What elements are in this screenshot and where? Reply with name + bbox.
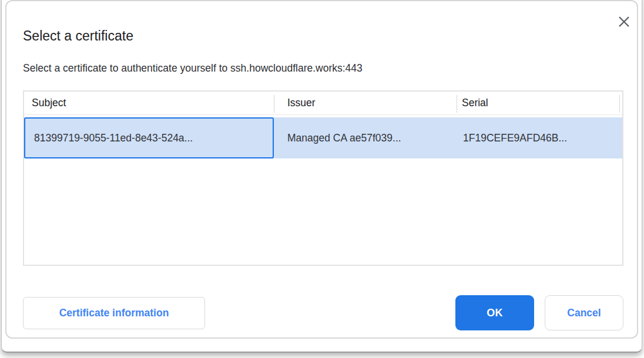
table-header-row: Subject Issuer Serial: [24, 92, 622, 115]
certificate-row-selected[interactable]: 81399719-9055-11ed-8e43-524a... Managed …: [24, 117, 622, 158]
dialog-title: Select a certificate: [23, 27, 133, 45]
column-divider: [619, 95, 620, 113]
cancel-button[interactable]: Cancel: [545, 295, 623, 330]
close-x-glyph: [618, 15, 630, 28]
dialog-subtitle: Select a certificate to authenticate you…: [23, 61, 363, 75]
certificate-information-button[interactable]: Certificate information: [23, 297, 205, 329]
select-certificate-dialog: Select a certificate Select a certificat…: [5, 0, 638, 339]
cell-issuer[interactable]: Managed CA ae57f039...: [287, 117, 401, 158]
column-divider: [274, 95, 274, 113]
column-header-issuer[interactable]: Issuer: [287, 92, 316, 114]
ok-button[interactable]: OK: [455, 295, 534, 330]
certificate-table: Subject Issuer Serial 81399719-9055-11ed…: [23, 90, 623, 266]
column-header-serial[interactable]: Serial: [462, 92, 488, 114]
column-divider: [457, 95, 457, 113]
selected-cell-focus-ring: [24, 117, 274, 158]
cell-serial[interactable]: 1F19CEFE9AFD46B...: [463, 117, 567, 158]
column-header-subject[interactable]: Subject: [32, 92, 66, 114]
close-icon[interactable]: [615, 13, 633, 31]
